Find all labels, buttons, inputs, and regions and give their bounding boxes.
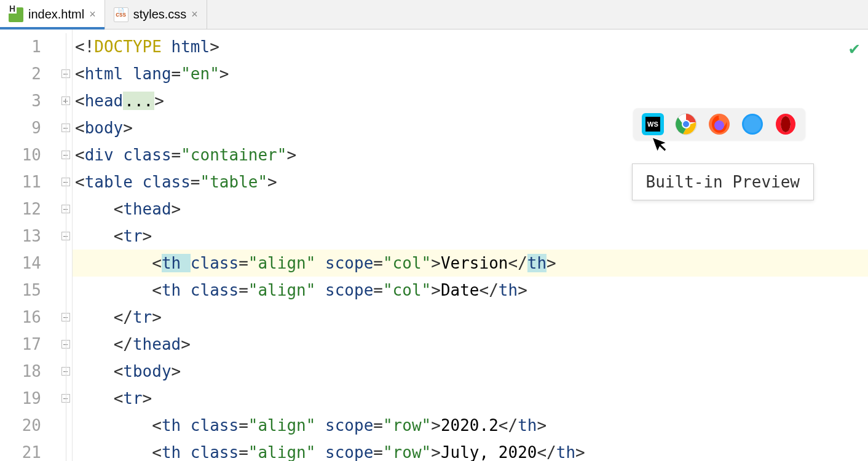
code-line[interactable]: <th class="align" scope="col">Date</th> bbox=[73, 277, 868, 304]
fold-cell[interactable]: − bbox=[59, 141, 72, 168]
tab-styles-css[interactable]: 📄cssstyles.css× bbox=[105, 0, 207, 29]
fold-cell[interactable]: − bbox=[59, 114, 72, 141]
editor-area: 1239101112131415161718192021 −+−−−−−−−−−… bbox=[0, 30, 868, 461]
fold-cell[interactable]: − bbox=[59, 223, 72, 250]
fold-cell[interactable]: − bbox=[59, 331, 72, 358]
fold-cell[interactable]: − bbox=[59, 358, 72, 385]
code-line[interactable]: <html lang="en"> bbox=[73, 60, 868, 87]
webstorm-icon[interactable]: WS bbox=[642, 113, 664, 135]
svg-text:WS: WS bbox=[647, 120, 658, 128]
fold-cell bbox=[59, 439, 72, 461]
fold-gutter: −+−−−−−−−−− bbox=[59, 30, 73, 461]
firefox-icon[interactable] bbox=[708, 113, 730, 135]
close-icon[interactable]: × bbox=[89, 8, 96, 21]
line-number: 16 bbox=[0, 304, 41, 331]
line-number: 11 bbox=[0, 168, 41, 195]
fold-cell[interactable]: − bbox=[59, 304, 72, 331]
editor-tabs: index.html×📄cssstyles.css× bbox=[0, 0, 868, 30]
line-number: 20 bbox=[0, 412, 41, 439]
line-number: 13 bbox=[0, 223, 41, 250]
code-line[interactable]: <th class="align" scope="row">July, 2020… bbox=[73, 439, 868, 461]
code-line[interactable]: <th class="align" scope="row">2020.2</th… bbox=[73, 412, 868, 439]
fold-cell[interactable]: − bbox=[59, 385, 72, 412]
line-number: 21 bbox=[0, 439, 41, 461]
svg-point-5 bbox=[682, 120, 690, 128]
folded-region[interactable]: ... bbox=[123, 92, 154, 110]
code-line[interactable]: <tr> bbox=[73, 223, 868, 250]
code-line[interactable]: <!DOCTYPE html> bbox=[73, 33, 868, 60]
css-file-icon: 📄css bbox=[114, 7, 128, 22]
fold-cell bbox=[59, 412, 72, 439]
code-line[interactable]: </thead> bbox=[73, 331, 868, 358]
line-number: 1 bbox=[0, 33, 41, 60]
code-line[interactable]: <th class="align" scope="col">Version</t… bbox=[73, 250, 868, 277]
svg-point-7 bbox=[714, 120, 724, 130]
html-file-icon bbox=[9, 7, 23, 22]
fold-cell[interactable]: − bbox=[59, 195, 72, 223]
fold-cell bbox=[59, 33, 72, 60]
checkmark-icon[interactable]: ✔ bbox=[849, 38, 859, 58]
code-area[interactable]: <!DOCTYPE html><html lang="en"><head...>… bbox=[73, 30, 868, 461]
fold-cell bbox=[59, 277, 72, 304]
line-number: 10 bbox=[0, 141, 41, 168]
line-number-gutter: 1239101112131415161718192021 bbox=[0, 30, 59, 461]
code-line[interactable]: <tr> bbox=[73, 385, 868, 412]
fold-cell[interactable]: − bbox=[59, 60, 72, 87]
fold-cell[interactable]: + bbox=[59, 87, 72, 114]
fold-cell bbox=[59, 250, 72, 277]
line-number: 12 bbox=[0, 195, 41, 223]
code-line[interactable]: <tbody> bbox=[73, 358, 868, 385]
line-number: 9 bbox=[0, 114, 41, 141]
tab-label: index.html bbox=[28, 7, 84, 22]
line-number: 2 bbox=[0, 60, 41, 87]
safari-icon[interactable] bbox=[741, 113, 763, 135]
browser-preview-bar: WS bbox=[633, 108, 805, 140]
svg-point-12 bbox=[781, 116, 791, 132]
line-number: 15 bbox=[0, 277, 41, 304]
code-line[interactable]: </tr> bbox=[73, 304, 868, 331]
tooltip: Built-in Preview bbox=[632, 164, 814, 200]
line-number: 19 bbox=[0, 385, 41, 412]
svg-point-9 bbox=[744, 116, 761, 133]
close-icon[interactable]: × bbox=[191, 8, 198, 21]
chrome-icon[interactable] bbox=[675, 113, 697, 135]
line-number: 14 bbox=[0, 250, 41, 277]
line-number: 3 bbox=[0, 87, 41, 114]
tab-index-html[interactable]: index.html× bbox=[0, 0, 105, 29]
fold-cell[interactable]: − bbox=[59, 168, 72, 195]
tab-label: styles.css bbox=[133, 7, 187, 22]
opera-icon[interactable] bbox=[775, 113, 797, 135]
line-number: 17 bbox=[0, 331, 41, 358]
line-number: 18 bbox=[0, 358, 41, 385]
